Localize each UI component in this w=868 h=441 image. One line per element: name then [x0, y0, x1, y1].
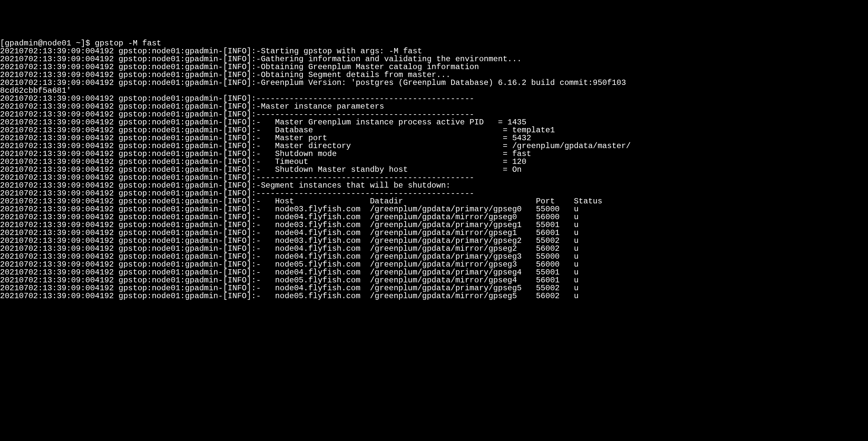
param-line: 20210702:13:39:09:004192 gpstop:node01:g… — [0, 166, 868, 174]
terminal-line: 20210702:13:39:09:004192 gpstop:node01:g… — [0, 48, 868, 55]
terminal-line: 20210702:13:39:09:004192 gpstop:node01:g… — [0, 174, 868, 182]
param-line: 20210702:13:39:09:004192 gpstop:node01:g… — [0, 119, 868, 126]
segment-row: 20210702:13:39:09:004192 gpstop:node01:g… — [0, 253, 868, 261]
terminal-output[interactable]: [gpadmin@node01 ~]$ gpstop -M fast202107… — [0, 39, 868, 300]
segment-header: 20210702:13:39:09:004192 gpstop:node01:g… — [0, 197, 868, 206]
segment-row: 20210702:13:39:09:004192 gpstop:node01:g… — [0, 284, 868, 292]
terminal-line: 20210702:13:39:09:004192 gpstop:node01:g… — [0, 182, 868, 190]
terminal-line: 20210702:13:39:09:004192 gpstop:node01:g… — [0, 55, 868, 63]
terminal-line: 20210702:13:39:09:004192 gpstop:node01:g… — [0, 103, 868, 111]
segment-row: 20210702:13:39:09:004192 gpstop:node01:g… — [0, 269, 868, 277]
param-line: 20210702:13:39:09:004192 gpstop:node01:g… — [0, 134, 868, 142]
param-line: 20210702:13:39:09:004192 gpstop:node01:g… — [0, 142, 868, 150]
terminal-line: 20210702:13:39:09:004192 gpstop:node01:g… — [0, 95, 868, 103]
param-line: 20210702:13:39:09:004192 gpstop:node01:g… — [0, 150, 868, 158]
terminal-line: 20210702:13:39:09:004192 gpstop:node01:g… — [0, 111, 868, 119]
param-line: 20210702:13:39:09:004192 gpstop:node01:g… — [0, 158, 868, 166]
segment-row: 20210702:13:39:09:004192 gpstop:node01:g… — [0, 213, 868, 221]
param-line: 20210702:13:39:09:004192 gpstop:node01:g… — [0, 126, 868, 134]
terminal-line: 8cd62cbbf5a681' — [0, 87, 868, 95]
segment-row: 20210702:13:39:09:004192 gpstop:node01:g… — [0, 261, 868, 269]
segment-row: 20210702:13:39:09:004192 gpstop:node01:g… — [0, 245, 868, 253]
segment-row: 20210702:13:39:09:004192 gpstop:node01:g… — [0, 292, 868, 300]
segment-row: 20210702:13:39:09:004192 gpstop:node01:g… — [0, 221, 868, 229]
terminal-line: 20210702:13:39:09:004192 gpstop:node01:g… — [0, 71, 868, 79]
terminal-line: 20210702:13:39:09:004192 gpstop:node01:g… — [0, 63, 868, 71]
terminal-line: 20210702:13:39:09:004192 gpstop:node01:g… — [0, 190, 868, 197]
command-line: [gpadmin@node01 ~]$ gpstop -M fast — [0, 39, 868, 48]
terminal-line: 20210702:13:39:09:004192 gpstop:node01:g… — [0, 79, 868, 87]
segment-row: 20210702:13:39:09:004192 gpstop:node01:g… — [0, 237, 868, 245]
segment-row: 20210702:13:39:09:004192 gpstop:node01:g… — [0, 229, 868, 237]
segment-row: 20210702:13:39:09:004192 gpstop:node01:g… — [0, 277, 868, 284]
segment-row: 20210702:13:39:09:004192 gpstop:node01:g… — [0, 206, 868, 213]
